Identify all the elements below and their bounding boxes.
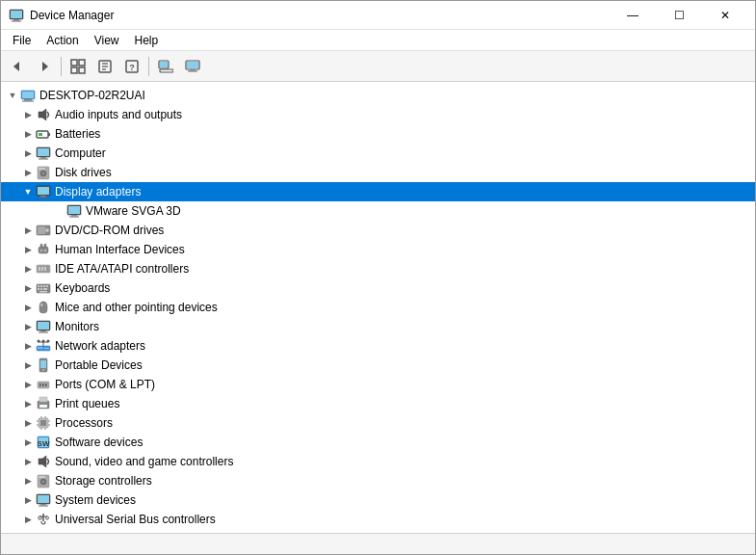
tree-item[interactable]: ▶ Sound, video and game controllers (1, 452, 755, 471)
svg-rect-65 (38, 288, 39, 290)
svg-rect-114 (38, 495, 49, 503)
device-icon (36, 223, 51, 238)
device-label: Sound, video and game controllers (55, 455, 233, 468)
svg-point-83 (47, 340, 50, 343)
tree-item[interactable]: ▼ Display adapters (1, 182, 755, 201)
device-manager-window: Device Manager — ☐ ✕ File Action View He… (0, 0, 756, 555)
device-icon: SW (36, 435, 51, 450)
tree-item[interactable]: ▶ Processors (1, 413, 755, 433)
monitor-button[interactable] (180, 54, 205, 79)
svg-rect-18 (160, 69, 173, 72)
minimize-button[interactable]: — (611, 1, 655, 30)
device-icon (36, 261, 51, 277)
tree-item[interactable]: ▶ Storage controllers (1, 471, 755, 490)
menu-bar: File Action View Help (1, 30, 755, 51)
tree-item[interactable]: VMware SVGA 3D (1, 201, 755, 221)
svg-rect-29 (48, 133, 50, 136)
window-controls: — ☐ ✕ (611, 1, 747, 30)
svg-point-111 (42, 481, 44, 483)
properties-button[interactable] (92, 54, 117, 79)
device-icon (36, 512, 51, 527)
tree-item[interactable]: ▶ Disk drives (1, 163, 755, 182)
menu-help[interactable]: Help (127, 32, 167, 49)
svg-rect-77 (40, 347, 42, 349)
svg-rect-26 (22, 101, 34, 102)
device-icon (36, 145, 51, 161)
device-icon (36, 165, 51, 180)
tree-item[interactable]: ▶ Ports (COM & LPT) (1, 375, 755, 394)
expand-icon: ▼ (20, 184, 36, 199)
device-label: VMware SVGA 3D (86, 204, 181, 218)
menu-view[interactable]: View (87, 32, 127, 49)
expand-icon: ▶ (20, 415, 36, 431)
expand-icon: ▶ (20, 492, 36, 508)
title-bar: Device Manager — ☐ ✕ (1, 1, 755, 30)
device-label: Keyboards (55, 281, 110, 295)
maximize-button[interactable]: ☐ (657, 1, 701, 30)
device-icon (36, 107, 51, 122)
tree-root[interactable]: ▼ DESKTOP-02R2UAI (1, 86, 755, 105)
root-expand-icon: ▼ (5, 88, 20, 103)
close-button[interactable]: ✕ (703, 1, 747, 30)
svg-rect-76 (38, 347, 39, 349)
svg-rect-61 (38, 285, 39, 287)
expand-icon: ▶ (20, 377, 36, 392)
tree-item[interactable]: ▶ Network adapters (1, 336, 755, 356)
svg-rect-9 (79, 67, 85, 73)
svg-rect-6 (71, 60, 77, 66)
svg-rect-46 (69, 217, 79, 218)
overview-button[interactable] (65, 54, 91, 79)
svg-rect-112 (39, 476, 45, 478)
device-tree[interactable]: ▼ DESKTOP-02R2UAI ▶ Audio inputs and out… (1, 82, 755, 533)
svg-rect-63 (43, 285, 45, 287)
svg-rect-3 (12, 20, 21, 21)
svg-rect-64 (46, 285, 48, 287)
tree-item[interactable]: ▶ DVD/CD-ROM drives (1, 221, 755, 240)
svg-rect-85 (40, 360, 46, 368)
help-button[interactable]: ? (119, 54, 144, 79)
tree-item[interactable]: ▶ Batteries (1, 124, 755, 144)
menu-file[interactable]: File (5, 32, 39, 49)
svg-rect-2 (13, 19, 19, 21)
svg-rect-51 (40, 244, 42, 248)
svg-rect-20 (187, 62, 198, 68)
device-icon (36, 184, 51, 199)
tree-item[interactable]: ▶ Monitors (1, 317, 755, 336)
tree-item[interactable]: ▶ Human Interface Devices (1, 240, 755, 259)
svg-rect-119 (39, 516, 41, 519)
tree-item[interactable]: ▶ Portable Devices (1, 356, 755, 375)
device-icon (36, 300, 51, 315)
root-label: DESKTOP-02R2UAI (39, 89, 145, 102)
back-button[interactable] (5, 54, 30, 79)
svg-point-49 (45, 228, 49, 232)
tree-item[interactable]: ▶ Keyboards (1, 278, 755, 298)
tree-item[interactable]: ▶ Mice and other pointing devices (1, 298, 755, 317)
expand-icon: ▶ (20, 319, 36, 334)
tree-item[interactable]: ▶ Print queues (1, 394, 755, 413)
tree-item[interactable]: ▶ Computer (1, 144, 755, 163)
expand-icon: ▶ (20, 145, 36, 161)
svg-marker-5 (42, 62, 48, 71)
svg-rect-78 (44, 348, 49, 349)
update-button[interactable] (153, 54, 178, 79)
tree-item[interactable]: ▶ IDE ATA/ATAPI controllers (1, 259, 755, 278)
tree-item[interactable]: ▶ System devices (1, 490, 755, 510)
tree-item[interactable]: ▶ Universal Serial Bus controllers (1, 510, 755, 529)
svg-rect-44 (68, 206, 80, 214)
expand-icon: ▶ (20, 280, 36, 296)
svg-marker-27 (39, 109, 46, 120)
svg-rect-17 (160, 62, 168, 67)
svg-point-86 (42, 369, 44, 371)
expand-icon: ▶ (20, 300, 36, 315)
menu-action[interactable]: Action (39, 32, 86, 49)
svg-rect-90 (45, 383, 47, 386)
tree-item[interactable]: ▶ SW Software devices (1, 433, 755, 452)
svg-rect-8 (71, 67, 77, 73)
device-label: System devices (55, 493, 136, 507)
tree-item[interactable]: ▶ Audio inputs and outputs (1, 105, 755, 124)
expand-icon: ▶ (20, 126, 36, 142)
expand-icon: ▶ (20, 435, 36, 450)
svg-rect-41 (40, 196, 46, 198)
forward-button[interactable] (32, 54, 57, 79)
svg-rect-89 (42, 383, 44, 386)
